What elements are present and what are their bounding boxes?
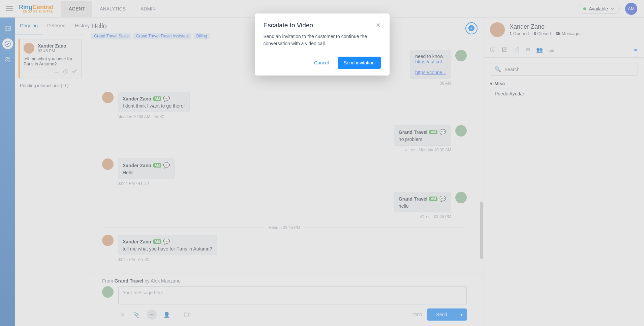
modal-overlay[interactable]: Escalate to Video ✕ Send an invitation t…: [0, 0, 644, 326]
modal-title: Escalate to Video: [264, 22, 313, 29]
escalate-video-modal: Escalate to Video ✕ Send an invitation t…: [255, 13, 390, 76]
cancel-button[interactable]: Cancel: [309, 57, 334, 69]
modal-body: Send an invitation to the customer to co…: [264, 33, 381, 47]
close-icon[interactable]: ✕: [376, 22, 381, 29]
send-invitation-button[interactable]: Send invitation: [338, 57, 381, 69]
